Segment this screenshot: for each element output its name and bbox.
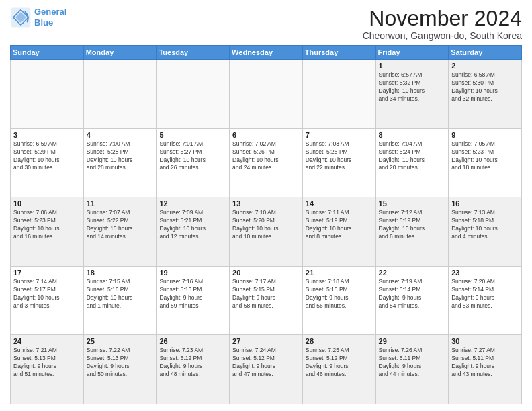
- page: General Blue November 2024 Cheorwon, Gan…: [0, 0, 532, 411]
- logo: General Blue: [10, 7, 66, 28]
- day-info: Sunrise: 7:12 AM Sunset: 5:19 PM Dayligh…: [379, 209, 446, 241]
- logo-text: General Blue: [34, 7, 66, 28]
- day-number: 22: [379, 269, 446, 277]
- day-info: Sunrise: 6:59 AM Sunset: 5:29 PM Dayligh…: [13, 140, 81, 173]
- logo-line1: General: [34, 7, 66, 17]
- calendar-day-cell: 12Sunrise: 7:09 AM Sunset: 5:21 PM Dayli…: [157, 197, 230, 267]
- calendar-day-cell: 15Sunrise: 7:12 AM Sunset: 5:19 PM Dayli…: [375, 197, 449, 267]
- day-info: Sunrise: 7:07 AM Sunset: 5:22 PM Dayligh…: [87, 209, 154, 241]
- day-number: 27: [232, 337, 300, 345]
- day-info: Sunrise: 7:19 AM Sunset: 5:14 PM Dayligh…: [379, 278, 446, 310]
- day-info: Sunrise: 7:21 AM Sunset: 5:13 PM Dayligh…: [13, 347, 81, 379]
- day-info: Sunrise: 6:57 AM Sunset: 5:32 PM Dayligh…: [379, 71, 446, 103]
- weekday-header: Wednesday: [230, 46, 303, 60]
- calendar-day-cell: 13Sunrise: 7:10 AM Sunset: 5:20 PM Dayli…: [230, 197, 303, 267]
- day-number: 2: [451, 62, 519, 70]
- calendar-day-cell: 22Sunrise: 7:19 AM Sunset: 5:14 PM Dayli…: [375, 266, 449, 335]
- day-number: 3: [13, 131, 81, 139]
- calendar-day-cell: 26Sunrise: 7:23 AM Sunset: 5:12 PM Dayli…: [157, 335, 230, 404]
- calendar-day-cell: 24Sunrise: 7:21 AM Sunset: 5:13 PM Dayli…: [11, 335, 84, 404]
- calendar-day-cell: 5Sunrise: 7:01 AM Sunset: 5:27 PM Daylig…: [157, 128, 230, 197]
- calendar-day-cell: 14Sunrise: 7:11 AM Sunset: 5:19 PM Dayli…: [302, 197, 375, 267]
- day-number: 6: [232, 131, 300, 139]
- day-info: Sunrise: 7:23 AM Sunset: 5:12 PM Dayligh…: [159, 347, 226, 379]
- day-number: 30: [451, 337, 519, 345]
- calendar-day-cell: [302, 60, 375, 129]
- month-title: November 2024: [363, 7, 522, 30]
- day-number: 28: [306, 337, 373, 345]
- day-number: 11: [87, 199, 154, 208]
- day-number: 7: [306, 131, 373, 139]
- calendar-day-cell: 18Sunrise: 7:15 AM Sunset: 5:16 PM Dayli…: [83, 266, 157, 335]
- day-info: Sunrise: 7:03 AM Sunset: 5:25 PM Dayligh…: [306, 140, 373, 173]
- calendar-day-cell: 28Sunrise: 7:25 AM Sunset: 5:12 PM Dayli…: [302, 335, 375, 404]
- day-info: Sunrise: 7:16 AM Sunset: 5:16 PM Dayligh…: [159, 278, 226, 310]
- logo-icon: [10, 7, 32, 28]
- day-info: Sunrise: 7:27 AM Sunset: 5:11 PM Dayligh…: [451, 347, 519, 379]
- calendar-day-cell: 19Sunrise: 7:16 AM Sunset: 5:16 PM Dayli…: [157, 266, 230, 335]
- calendar-day-cell: [83, 60, 157, 129]
- calendar-day-cell: 16Sunrise: 7:13 AM Sunset: 5:18 PM Dayli…: [449, 197, 522, 267]
- calendar-header-row: SundayMondayTuesdayWednesdayThursdayFrid…: [11, 46, 522, 60]
- calendar-day-cell: 1Sunrise: 6:57 AM Sunset: 5:32 PM Daylig…: [375, 60, 449, 129]
- day-info: Sunrise: 7:14 AM Sunset: 5:17 PM Dayligh…: [13, 278, 81, 310]
- weekday-header: Friday: [375, 46, 449, 60]
- day-number: 23: [451, 269, 519, 277]
- day-info: Sunrise: 7:01 AM Sunset: 5:27 PM Dayligh…: [159, 140, 226, 173]
- weekday-header: Thursday: [302, 46, 375, 60]
- header: General Blue November 2024 Cheorwon, Gan…: [10, 7, 522, 41]
- calendar-week-row: 3Sunrise: 6:59 AM Sunset: 5:29 PM Daylig…: [11, 128, 522, 197]
- day-number: 5: [159, 131, 226, 139]
- day-info: Sunrise: 7:09 AM Sunset: 5:21 PM Dayligh…: [159, 209, 226, 241]
- calendar-day-cell: [11, 60, 84, 129]
- calendar-day-cell: 9Sunrise: 7:05 AM Sunset: 5:23 PM Daylig…: [449, 128, 522, 197]
- day-number: 14: [306, 199, 373, 208]
- day-number: 21: [306, 269, 373, 277]
- calendar-day-cell: 17Sunrise: 7:14 AM Sunset: 5:17 PM Dayli…: [11, 266, 84, 335]
- calendar-day-cell: 8Sunrise: 7:04 AM Sunset: 5:24 PM Daylig…: [375, 128, 449, 197]
- day-number: 26: [159, 337, 226, 345]
- calendar-day-cell: 21Sunrise: 7:18 AM Sunset: 5:15 PM Dayli…: [302, 266, 375, 335]
- day-info: Sunrise: 7:24 AM Sunset: 5:12 PM Dayligh…: [232, 347, 300, 379]
- calendar-day-cell: 29Sunrise: 7:26 AM Sunset: 5:11 PM Dayli…: [375, 335, 449, 404]
- calendar-day-cell: 25Sunrise: 7:22 AM Sunset: 5:13 PM Dayli…: [83, 335, 157, 404]
- day-number: 25: [87, 337, 154, 345]
- logo-line2: Blue: [34, 17, 53, 28]
- day-info: Sunrise: 7:25 AM Sunset: 5:12 PM Dayligh…: [306, 347, 373, 379]
- calendar-day-cell: 4Sunrise: 7:00 AM Sunset: 5:28 PM Daylig…: [83, 128, 157, 197]
- day-number: 18: [87, 269, 154, 277]
- day-number: 24: [13, 337, 81, 345]
- title-block: November 2024 Cheorwon, Gangwon-do, Sout…: [363, 7, 522, 41]
- day-number: 17: [13, 269, 81, 277]
- calendar-table: SundayMondayTuesdayWednesdayThursdayFrid…: [10, 45, 522, 404]
- calendar-day-cell: [157, 60, 230, 129]
- day-number: 4: [87, 131, 154, 139]
- day-info: Sunrise: 7:15 AM Sunset: 5:16 PM Dayligh…: [87, 278, 154, 310]
- calendar-day-cell: 3Sunrise: 6:59 AM Sunset: 5:29 PM Daylig…: [11, 128, 84, 197]
- day-number: 19: [159, 269, 226, 277]
- calendar-day-cell: 6Sunrise: 7:02 AM Sunset: 5:26 PM Daylig…: [230, 128, 303, 197]
- calendar-week-row: 24Sunrise: 7:21 AM Sunset: 5:13 PM Dayli…: [11, 335, 522, 404]
- calendar-day-cell: [230, 60, 303, 129]
- calendar-day-cell: 30Sunrise: 7:27 AM Sunset: 5:11 PM Dayli…: [449, 335, 522, 404]
- calendar-day-cell: 10Sunrise: 7:06 AM Sunset: 5:23 PM Dayli…: [11, 197, 84, 267]
- day-number: 29: [379, 337, 446, 345]
- day-info: Sunrise: 7:22 AM Sunset: 5:13 PM Dayligh…: [87, 347, 154, 379]
- day-info: Sunrise: 7:00 AM Sunset: 5:28 PM Dayligh…: [87, 140, 154, 173]
- calendar-day-cell: 20Sunrise: 7:17 AM Sunset: 5:15 PM Dayli…: [230, 266, 303, 335]
- weekday-header: Saturday: [449, 46, 522, 60]
- day-info: Sunrise: 7:17 AM Sunset: 5:15 PM Dayligh…: [232, 278, 300, 310]
- day-number: 15: [379, 199, 446, 208]
- calendar-week-row: 17Sunrise: 7:14 AM Sunset: 5:17 PM Dayli…: [11, 266, 522, 335]
- day-info: Sunrise: 7:10 AM Sunset: 5:20 PM Dayligh…: [232, 209, 300, 241]
- calendar-week-row: 1Sunrise: 6:57 AM Sunset: 5:32 PM Daylig…: [11, 60, 522, 129]
- day-number: 1: [379, 62, 446, 70]
- day-info: Sunrise: 6:58 AM Sunset: 5:30 PM Dayligh…: [451, 71, 519, 103]
- day-number: 13: [232, 199, 300, 208]
- day-info: Sunrise: 7:20 AM Sunset: 5:14 PM Dayligh…: [451, 278, 519, 310]
- day-number: 16: [451, 199, 519, 208]
- calendar-day-cell: 11Sunrise: 7:07 AM Sunset: 5:22 PM Dayli…: [83, 197, 157, 267]
- calendar-day-cell: 23Sunrise: 7:20 AM Sunset: 5:14 PM Dayli…: [449, 266, 522, 335]
- day-info: Sunrise: 7:04 AM Sunset: 5:24 PM Dayligh…: [379, 140, 446, 173]
- day-info: Sunrise: 7:13 AM Sunset: 5:18 PM Dayligh…: [451, 209, 519, 241]
